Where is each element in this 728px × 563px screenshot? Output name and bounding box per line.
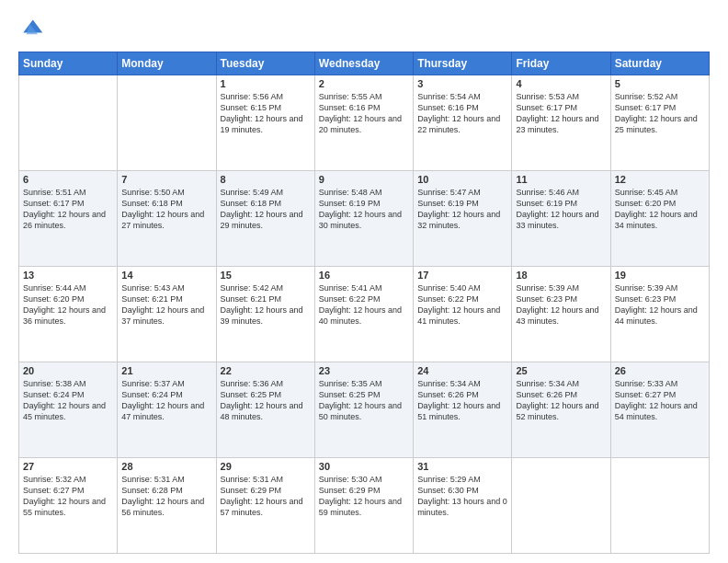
day-number: 5 — [615, 78, 705, 89]
day-number: 8 — [221, 174, 311, 185]
day-number: 9 — [319, 174, 409, 185]
day-info: Sunrise: 5:42 AM Sunset: 6:21 PM Dayligh… — [221, 282, 311, 327]
day-number: 18 — [516, 270, 606, 281]
day-info: Sunrise: 5:41 AM Sunset: 6:22 PM Dayligh… — [319, 282, 409, 327]
day-number: 23 — [319, 365, 409, 376]
week-row-1: 1Sunrise: 5:56 AM Sunset: 6:15 PM Daylig… — [19, 75, 710, 171]
calendar-cell: 10Sunrise: 5:47 AM Sunset: 6:19 PM Dayli… — [414, 171, 512, 267]
day-info: Sunrise: 5:32 AM Sunset: 6:27 PM Dayligh… — [23, 474, 113, 519]
day-number: 11 — [516, 174, 606, 185]
day-info: Sunrise: 5:33 AM Sunset: 6:27 PM Dayligh… — [615, 378, 705, 423]
day-info: Sunrise: 5:53 AM Sunset: 6:17 PM Dayligh… — [516, 91, 606, 136]
day-info: Sunrise: 5:30 AM Sunset: 6:29 PM Dayligh… — [319, 474, 409, 519]
week-row-3: 13Sunrise: 5:44 AM Sunset: 6:20 PM Dayli… — [19, 267, 710, 362]
day-info: Sunrise: 5:31 AM Sunset: 6:29 PM Dayligh… — [221, 474, 311, 519]
calendar-cell: 31Sunrise: 5:29 AM Sunset: 6:30 PM Dayli… — [414, 458, 512, 554]
calendar-cell: 16Sunrise: 5:41 AM Sunset: 6:22 PM Dayli… — [314, 267, 413, 362]
day-number: 27 — [23, 461, 113, 472]
calendar-cell: 12Sunrise: 5:45 AM Sunset: 6:20 PM Dayli… — [610, 171, 709, 267]
day-info: Sunrise: 5:29 AM Sunset: 6:30 PM Dayligh… — [417, 474, 507, 519]
day-number: 13 — [23, 270, 113, 281]
calendar-cell: 24Sunrise: 5:34 AM Sunset: 6:26 PM Dayli… — [414, 362, 512, 458]
col-header-friday: Friday — [512, 52, 610, 75]
calendar-cell: 25Sunrise: 5:34 AM Sunset: 6:26 PM Dayli… — [512, 362, 610, 458]
day-info: Sunrise: 5:47 AM Sunset: 6:19 PM Dayligh… — [417, 187, 507, 232]
day-info: Sunrise: 5:34 AM Sunset: 6:26 PM Dayligh… — [417, 378, 507, 423]
calendar-cell: 18Sunrise: 5:39 AM Sunset: 6:23 PM Dayli… — [512, 267, 610, 362]
calendar-cell: 15Sunrise: 5:42 AM Sunset: 6:21 PM Dayli… — [216, 267, 314, 362]
day-number: 4 — [516, 78, 606, 89]
day-number: 20 — [23, 365, 113, 376]
calendar-cell: 8Sunrise: 5:49 AM Sunset: 6:18 PM Daylig… — [216, 171, 314, 267]
calendar-table: SundayMondayTuesdayWednesdayThursdayFrid… — [18, 52, 710, 554]
day-number: 28 — [121, 461, 211, 472]
day-info: Sunrise: 5:48 AM Sunset: 6:19 PM Dayligh… — [319, 187, 409, 232]
day-info: Sunrise: 5:44 AM Sunset: 6:20 PM Dayligh… — [23, 282, 113, 327]
week-row-5: 27Sunrise: 5:32 AM Sunset: 6:27 PM Dayli… — [19, 458, 710, 554]
day-number: 12 — [615, 174, 705, 185]
calendar-cell — [610, 458, 709, 554]
day-number: 29 — [221, 461, 311, 472]
day-info: Sunrise: 5:50 AM Sunset: 6:18 PM Dayligh… — [121, 187, 211, 232]
calendar-cell: 26Sunrise: 5:33 AM Sunset: 6:27 PM Dayli… — [610, 362, 709, 458]
logo-icon — [18, 17, 44, 42]
day-info: Sunrise: 5:37 AM Sunset: 6:24 PM Dayligh… — [121, 378, 211, 423]
calendar-cell: 7Sunrise: 5:50 AM Sunset: 6:18 PM Daylig… — [118, 171, 216, 267]
day-number: 3 — [417, 78, 507, 89]
header — [18, 17, 710, 42]
page: SundayMondayTuesdayWednesdayThursdayFrid… — [0, 0, 728, 563]
calendar-cell — [118, 75, 216, 171]
day-number: 15 — [221, 270, 311, 281]
calendar-cell: 28Sunrise: 5:31 AM Sunset: 6:28 PM Dayli… — [118, 458, 216, 554]
calendar-cell: 13Sunrise: 5:44 AM Sunset: 6:20 PM Dayli… — [19, 267, 118, 362]
calendar-cell: 11Sunrise: 5:46 AM Sunset: 6:19 PM Dayli… — [512, 171, 610, 267]
day-info: Sunrise: 5:46 AM Sunset: 6:19 PM Dayligh… — [516, 187, 606, 232]
day-info: Sunrise: 5:55 AM Sunset: 6:16 PM Dayligh… — [319, 91, 409, 136]
day-info: Sunrise: 5:31 AM Sunset: 6:28 PM Dayligh… — [121, 474, 211, 519]
calendar-cell: 5Sunrise: 5:52 AM Sunset: 6:17 PM Daylig… — [610, 75, 709, 171]
day-info: Sunrise: 5:56 AM Sunset: 6:15 PM Dayligh… — [221, 91, 311, 136]
week-row-4: 20Sunrise: 5:38 AM Sunset: 6:24 PM Dayli… — [19, 362, 710, 458]
day-number: 6 — [23, 174, 113, 185]
col-header-sunday: Sunday — [19, 52, 118, 75]
day-number: 19 — [615, 270, 705, 281]
calendar-cell: 29Sunrise: 5:31 AM Sunset: 6:29 PM Dayli… — [216, 458, 314, 554]
calendar-cell: 20Sunrise: 5:38 AM Sunset: 6:24 PM Dayli… — [19, 362, 118, 458]
day-info: Sunrise: 5:49 AM Sunset: 6:18 PM Dayligh… — [221, 187, 311, 232]
day-info: Sunrise: 5:34 AM Sunset: 6:26 PM Dayligh… — [516, 378, 606, 423]
day-number: 25 — [516, 365, 606, 376]
calendar-cell: 4Sunrise: 5:53 AM Sunset: 6:17 PM Daylig… — [512, 75, 610, 171]
day-info: Sunrise: 5:39 AM Sunset: 6:23 PM Dayligh… — [516, 282, 606, 327]
calendar-cell: 6Sunrise: 5:51 AM Sunset: 6:17 PM Daylig… — [19, 171, 118, 267]
day-info: Sunrise: 5:51 AM Sunset: 6:17 PM Dayligh… — [23, 187, 113, 232]
day-number: 10 — [417, 174, 507, 185]
calendar-cell: 30Sunrise: 5:30 AM Sunset: 6:29 PM Dayli… — [314, 458, 413, 554]
day-number: 22 — [221, 365, 311, 376]
day-info: Sunrise: 5:52 AM Sunset: 6:17 PM Dayligh… — [615, 91, 705, 136]
calendar-cell: 22Sunrise: 5:36 AM Sunset: 6:25 PM Dayli… — [216, 362, 314, 458]
calendar-cell: 19Sunrise: 5:39 AM Sunset: 6:23 PM Dayli… — [610, 267, 709, 362]
calendar-header-row: SundayMondayTuesdayWednesdayThursdayFrid… — [19, 52, 710, 75]
logo — [18, 17, 48, 42]
day-number: 21 — [121, 365, 211, 376]
day-info: Sunrise: 5:36 AM Sunset: 6:25 PM Dayligh… — [221, 378, 311, 423]
calendar-cell: 9Sunrise: 5:48 AM Sunset: 6:19 PM Daylig… — [314, 171, 413, 267]
day-info: Sunrise: 5:54 AM Sunset: 6:16 PM Dayligh… — [417, 91, 507, 136]
calendar-cell: 2Sunrise: 5:55 AM Sunset: 6:16 PM Daylig… — [314, 75, 413, 171]
day-number: 30 — [319, 461, 409, 472]
col-header-wednesday: Wednesday — [314, 52, 413, 75]
day-info: Sunrise: 5:38 AM Sunset: 6:24 PM Dayligh… — [23, 378, 113, 423]
day-number: 17 — [417, 270, 507, 281]
col-header-monday: Monday — [118, 52, 216, 75]
day-info: Sunrise: 5:39 AM Sunset: 6:23 PM Dayligh… — [615, 282, 705, 327]
day-number: 24 — [417, 365, 507, 376]
calendar-cell: 17Sunrise: 5:40 AM Sunset: 6:22 PM Dayli… — [414, 267, 512, 362]
week-row-2: 6Sunrise: 5:51 AM Sunset: 6:17 PM Daylig… — [19, 171, 710, 267]
col-header-thursday: Thursday — [414, 52, 512, 75]
calendar-cell — [512, 458, 610, 554]
day-number: 16 — [319, 270, 409, 281]
day-info: Sunrise: 5:45 AM Sunset: 6:20 PM Dayligh… — [615, 187, 705, 232]
day-number: 1 — [221, 78, 311, 89]
calendar-cell: 14Sunrise: 5:43 AM Sunset: 6:21 PM Dayli… — [118, 267, 216, 362]
day-number: 7 — [121, 174, 211, 185]
